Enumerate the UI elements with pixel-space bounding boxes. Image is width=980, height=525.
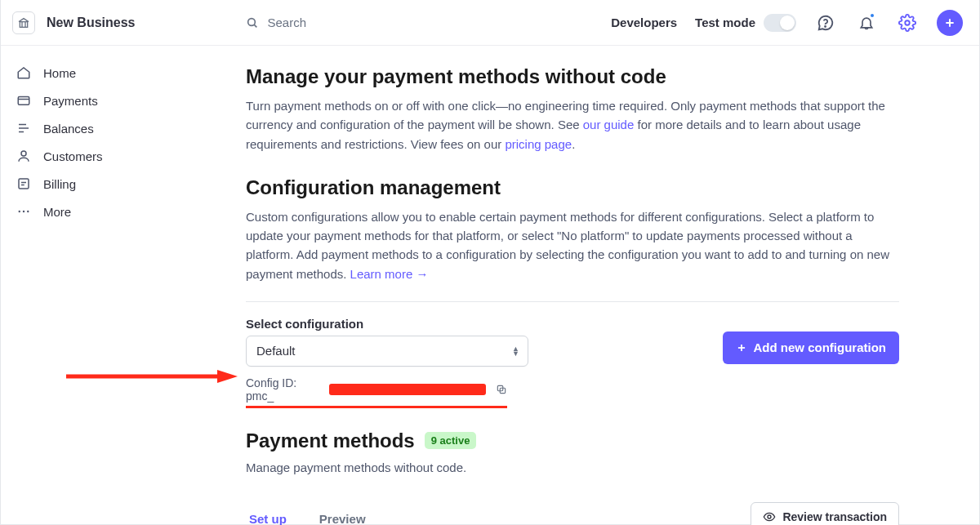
our-guide-link[interactable]: our guide [583,118,635,131]
svg-rect-0 [20,21,27,27]
configuration-select[interactable]: Default ▲▼ [246,336,528,367]
nav-label: Billing [43,177,76,191]
notification-dot [869,12,875,19]
svg-point-20 [27,211,29,212]
tab-setup[interactable]: Set up [246,502,290,525]
svg-point-3 [248,18,256,25]
developers-link[interactable]: Developers [611,16,677,29]
divider [246,301,899,302]
config-id-row: Config ID: pmc_ [246,376,507,408]
help-icon[interactable] [814,11,837,34]
svg-rect-9 [18,97,29,105]
section-body-config: Custom configurations allow you to enabl… [246,207,899,283]
sidebar-item-home[interactable]: Home [7,59,207,87]
sidebar-item-more[interactable]: More [7,198,207,225]
section-title-config: Configuration management [246,176,899,199]
select-value: Default [256,344,296,358]
person-icon [16,149,32,163]
review-transaction-button[interactable]: Review transaction [751,502,899,525]
add-config-label: Add new configuration [754,340,887,354]
tab-preview[interactable]: Preview [316,502,369,525]
eye-icon [763,510,776,523]
testmode-toggle[interactable] [764,14,796,32]
sidebar-item-billing[interactable]: Billing [7,170,207,198]
business-logo[interactable] [12,11,35,34]
active-count-badge: 9 active [425,432,477,449]
nav-label: More [43,205,71,219]
balances-icon [16,121,32,136]
search-placeholder: Search [267,16,306,29]
search-input[interactable]: Search [246,16,306,29]
search-icon [246,16,259,29]
learn-more-link[interactable]: Learn more → [350,267,429,281]
svg-point-19 [23,211,24,212]
svg-point-5 [825,26,826,27]
config-id-label: Config ID: pmc_ [246,376,321,403]
svg-rect-15 [19,179,29,189]
add-configuration-button[interactable]: Add new configuration [723,331,900,364]
svg-point-6 [905,20,910,25]
home-icon [16,65,32,80]
config-id-redacted [329,384,486,395]
svg-point-18 [19,211,20,212]
billing-icon [16,176,32,191]
section-body-manage: Turn payment methods on or off with one … [246,96,899,153]
review-label: Review transaction [782,510,887,523]
nav-label: Customers [43,149,103,163]
pricing-page-link[interactable]: pricing page [505,137,572,151]
settings-icon[interactable] [896,11,919,34]
sidebar: Home Payments Balances Customers Billing… [1,46,213,525]
select-configuration-label: Select configuration [246,317,723,331]
payment-methods-subtitle: Manage payment methods without code. [246,460,899,474]
nav-label: Balances [43,122,94,136]
more-icon [16,204,32,219]
svg-point-14 [21,151,26,156]
sidebar-item-customers[interactable]: Customers [7,142,207,170]
create-button[interactable] [937,10,963,36]
svg-line-4 [255,24,257,27]
select-caret-icon: ▲▼ [512,346,519,356]
notifications-icon[interactable] [855,11,878,34]
copy-icon[interactable] [496,384,507,395]
business-name[interactable]: New Business [47,16,135,30]
nav-label: Home [43,66,76,80]
sidebar-item-balances[interactable]: Balances [7,114,207,142]
payment-methods-title: Payment methods [246,429,415,452]
plus-icon [736,342,747,354]
svg-point-25 [768,515,771,518]
card-icon [16,93,32,108]
testmode-label: Test mode [695,16,755,29]
nav-label: Payments [43,94,98,108]
section-title-manage: Manage your payment methods without code [246,65,899,88]
sidebar-item-payments[interactable]: Payments [7,87,207,114]
